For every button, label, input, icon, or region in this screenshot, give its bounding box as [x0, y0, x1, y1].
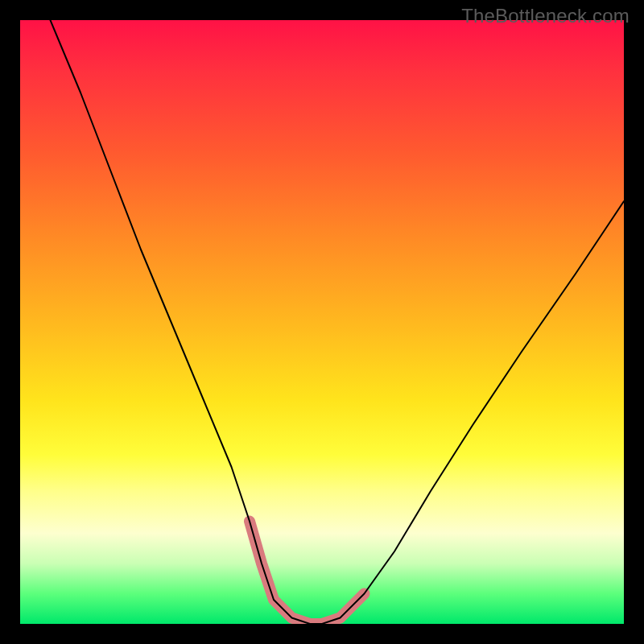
curve-layer [20, 20, 624, 624]
plot-area [20, 20, 624, 624]
bottleneck-curve [51, 20, 625, 624]
optimal-zone-highlight [250, 522, 365, 625]
watermark-text: TheBottleneck.com [461, 5, 630, 27]
chart-frame: TheBottleneck.com [0, 0, 644, 644]
